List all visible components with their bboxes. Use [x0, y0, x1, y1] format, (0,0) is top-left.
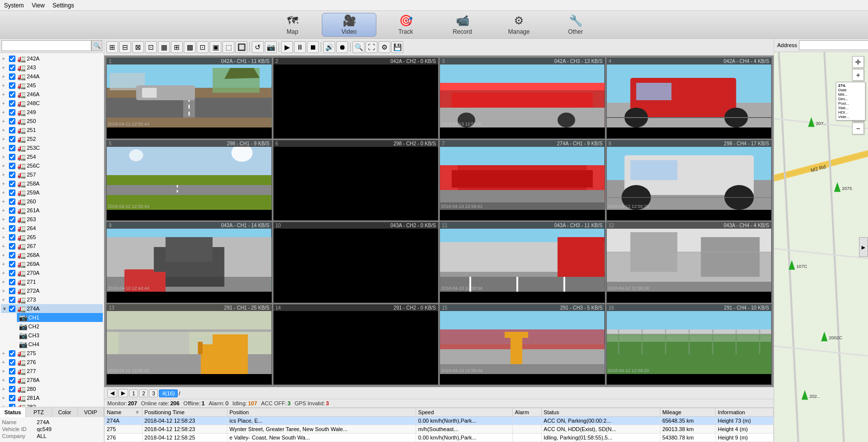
col-information[interactable]: Information	[716, 408, 774, 417]
col-name[interactable]: Name ▼	[105, 408, 143, 417]
page-2[interactable]: 2	[139, 389, 148, 397]
vehicle-checkbox-268A[interactable]	[9, 252, 15, 258]
toolbar-grid7[interactable]: ▩	[184, 41, 196, 53]
toolbar-fullscreen[interactable]: ⛶	[365, 41, 377, 53]
tree-item-281A[interactable]: + 🚛 281A	[1, 393, 103, 402]
tree-item-251[interactable]: + 🚛 251	[1, 126, 103, 134]
tree-item-252[interactable]: + 🚛 252	[1, 134, 103, 143]
vehicle-checkbox-244A[interactable]	[9, 73, 15, 80]
toolbar-grid4[interactable]: ⊡	[145, 41, 157, 53]
tree-item-261A[interactable]: + 🚛 261A	[1, 206, 103, 215]
video-cell-5[interactable]: 5 298 - CH1 - 9 KB/S 2018-04-12 12:55:44	[106, 140, 272, 221]
channel-CH1[interactable]: 📷 CH1	[17, 313, 103, 322]
vehicle-checkbox-272A[interactable]	[9, 288, 15, 294]
tree-item-243[interactable]: + 🚛 243	[1, 63, 103, 72]
tree-item-256C[interactable]: + 🚛 256C	[1, 161, 103, 170]
table-row[interactable]: 276 2018-04-12 12:58:25 e Valley- Coast,…	[105, 434, 774, 442]
toolbar-refresh[interactable]: ↺	[252, 41, 264, 53]
toolbar-play[interactable]: ▶	[281, 41, 293, 53]
video-cell-4[interactable]: 4 042A - CH4 - 4 KB/S	[606, 58, 772, 139]
tree-item-276[interactable]: + 🚛 276	[1, 358, 103, 367]
right-panel-collapse-button[interactable]: ▶	[859, 237, 868, 257]
menu-settings[interactable]: Settings	[53, 2, 74, 9]
search-button[interactable]: 🔍	[91, 40, 102, 51]
tree-item-275[interactable]: + 🚛 275	[1, 349, 103, 358]
channel-CH3[interactable]: 📷 CH3	[17, 331, 103, 340]
toolbar-snapshot[interactable]: 📷	[265, 41, 277, 53]
vehicle-checkbox-257[interactable]	[9, 172, 15, 178]
tree-item-273[interactable]: + 🚛 273	[1, 295, 103, 304]
vehicle-checkbox-246A[interactable]	[9, 91, 15, 98]
map-pan-button[interactable]: ✛	[852, 56, 864, 68]
video-cell-9[interactable]: 9 043A - CH1 - 14 KB/S 2018-04-10 12:44:…	[106, 222, 272, 303]
tree-item-274A[interactable]: ▼ 🚛 274A	[1, 304, 103, 313]
video-cell-3[interactable]: 3 042A - CH3 - 13 KB/S 2018-04-13 12:55:…	[439, 58, 605, 139]
tree-item-271[interactable]: + 🚛 271	[1, 277, 103, 286]
tree-item-277[interactable]: + 🚛 277	[1, 367, 103, 376]
video-cell-13[interactable]: 13 291 - CH1 - 25 KB/S 2018-04-12 12	[106, 304, 272, 385]
tree-item-249[interactable]: + 🚛 249	[1, 108, 103, 117]
vehicle-checkbox-243[interactable]	[9, 64, 15, 71]
nav-other[interactable]: 🔧 Other	[548, 13, 603, 37]
map-zoom-in-button[interactable]: +	[852, 69, 864, 81]
vehicle-checkbox-274A[interactable]	[9, 306, 15, 312]
map-zoom-out-button[interactable]: −	[852, 123, 864, 134]
toolbar-grid3[interactable]: ⊠	[132, 41, 144, 53]
col-mileage[interactable]: Mileage	[660, 408, 716, 417]
menu-view[interactable]: View	[32, 2, 45, 9]
tree-item-282[interactable]: + 🚛 282	[1, 402, 103, 407]
vehicle-checkbox-269A[interactable]	[9, 261, 15, 267]
col-positioning-time[interactable]: Positioning Time	[142, 408, 227, 417]
vehicle-checkbox-280[interactable]	[9, 386, 15, 392]
video-cell-12[interactable]: 12 043A - CH4 - 4 KB/S 2018-04-12 12:56:…	[606, 222, 772, 303]
tree-item-250[interactable]: + 🚛 250	[1, 117, 103, 126]
toolbar-stop[interactable]: ⏹	[307, 41, 319, 53]
tree-item-270A[interactable]: + 🚛 270A	[1, 268, 103, 277]
tree-item-265[interactable]: + 🚛 265	[1, 233, 103, 242]
tree-item-280[interactable]: + 🚛 280	[1, 384, 103, 393]
video-cell-1[interactable]: 1 042A - CH1 - 11 KB/S	[106, 58, 272, 139]
page-1[interactable]: 1	[129, 389, 138, 397]
col-alarm[interactable]: Alarm	[512, 408, 541, 417]
toolbar-pause[interactable]: ⏸	[294, 41, 306, 53]
vehicle-checkbox-261A[interactable]	[9, 207, 15, 214]
vehicle-checkbox-264[interactable]	[9, 225, 15, 232]
tree-item-254[interactable]: + 🚛 254	[1, 152, 103, 161]
tab-status[interactable]: Status	[0, 407, 26, 417]
vehicle-checkbox-275[interactable]	[9, 350, 15, 357]
tree-item-267[interactable]: + 🚛 267	[1, 242, 103, 251]
tree-item-264[interactable]: + 🚛 264	[1, 224, 103, 233]
tree-item-257[interactable]: + 🚛 257	[1, 170, 103, 179]
vehicle-checkbox-277[interactable]	[9, 368, 15, 375]
toolbar-grid5[interactable]: ▦	[158, 41, 170, 53]
channel-CH4[interactable]: 📷 CH4	[17, 340, 103, 349]
nav-map[interactable]: 🗺 Map	[265, 13, 320, 37]
video-cell-2[interactable]: 2 042A - CH2 - 0 KB/S	[273, 58, 439, 139]
vehicle-checkbox-276[interactable]	[9, 359, 15, 366]
vehicle-checkbox-259A[interactable]	[9, 189, 15, 196]
col-speed[interactable]: Speed	[416, 408, 513, 417]
vehicle-checkbox-248C[interactable]	[9, 100, 15, 107]
nav-track[interactable]: 🎯 Track	[378, 13, 433, 37]
search-input[interactable]	[1, 40, 91, 51]
toolbar-grid6[interactable]: ⊞	[171, 41, 183, 53]
toolbar-download[interactable]: 💾	[391, 41, 403, 53]
video-cell-16[interactable]: 16 291 - CH4 - 10 KB/S	[606, 304, 772, 385]
page-next[interactable]: ▶	[118, 389, 128, 397]
vehicle-checkbox-254[interactable]	[9, 154, 15, 160]
vehicle-checkbox-265[interactable]	[9, 234, 15, 241]
tree-item-260[interactable]: + 🚛 260	[1, 197, 103, 206]
video-cell-8[interactable]: 8 298 - CH4 - 17 KB/S 2018-04-12 12:56:2…	[606, 140, 772, 221]
col-status[interactable]: Status	[541, 408, 660, 417]
video-cell-10[interactable]: 10 043A - CH2 - 0 KB/S	[273, 222, 439, 303]
tree-item-242A[interactable]: + 🚛 242A	[1, 54, 103, 63]
toolbar-zoom[interactable]: 🔍	[353, 41, 364, 53]
vehicle-checkbox-263[interactable]	[9, 216, 15, 223]
tree-item-246A[interactable]: + 🚛 246A	[1, 90, 103, 99]
tree-item-263[interactable]: + 🚛 263	[1, 215, 103, 224]
address-input[interactable]	[799, 40, 868, 50]
vehicle-checkbox-271[interactable]	[9, 279, 15, 285]
tab-color[interactable]: Color	[52, 407, 78, 417]
toolbar-grid2[interactable]: ⊟	[119, 41, 131, 53]
map-area[interactable]: M2 Rd 207.. 2075 107C 2002C 202..	[774, 52, 868, 442]
